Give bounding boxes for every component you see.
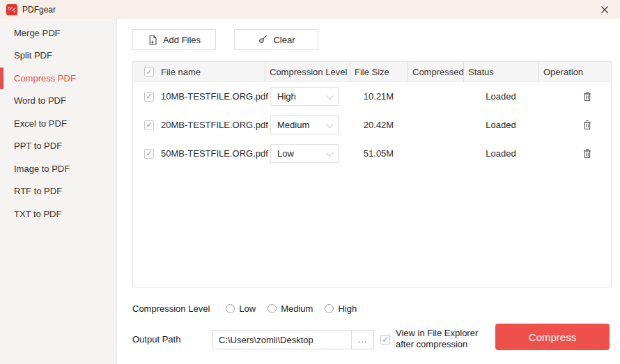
column-header-compression-level: Compression Level	[265, 62, 350, 81]
browse-label: ...	[358, 335, 367, 345]
pdfgear-window: PDFgear Merge PDF Split PDF Compress PDF…	[0, 0, 620, 364]
column-header-compressed: Compressed	[408, 62, 463, 81]
output-path-label: Output Path	[132, 330, 180, 349]
radio-circle-icon	[268, 304, 277, 313]
add-files-button[interactable]: Add Files	[132, 29, 216, 50]
view-label-line2: after compression	[396, 339, 478, 350]
column-header-file-size: File Size	[350, 62, 408, 81]
status-cell: Loaded	[463, 120, 538, 130]
file-size-cell: 10.21M	[350, 91, 408, 102]
table-row: ✓ 10MB-TESTFILE.ORG.pdf High 10.21M Load…	[133, 82, 611, 111]
sidebar-item-label: Merge PDF	[14, 28, 60, 38]
sidebar-item-label: Word to PDF	[14, 95, 66, 106]
sidebar-item-image-to-pdf[interactable]: Image to PDF	[0, 157, 116, 180]
file-name-cell: ✓ 50MB-TESTFILE.ORG.pdf	[133, 148, 265, 159]
compression-level-label: Compression Level	[132, 303, 210, 314]
sidebar-item-rtf-to-pdf[interactable]: RTF to PDF	[0, 180, 116, 203]
sidebar-item-label: Compress PDF	[14, 73, 76, 84]
file-name-header-label: File name	[161, 67, 201, 77]
file-name-label: 50MB-TESTFILE.ORG.pdf	[161, 148, 268, 159]
chevron-down-icon	[326, 148, 334, 156]
column-header-operation: Operation	[538, 62, 611, 81]
app-title: PDFgear	[22, 5, 56, 15]
sidebar-item-label: RTF to PDF	[14, 186, 62, 196]
row-checkbox[interactable]: ✓	[144, 120, 154, 130]
trash-icon[interactable]	[580, 89, 594, 104]
column-header-status: Status	[463, 62, 538, 81]
files-table: ✓ File name Compression Level File Size …	[132, 61, 612, 287]
chevron-down-icon	[326, 91, 334, 99]
compression-level-row: Compression Level Low Medium High	[132, 302, 369, 315]
row-checkbox[interactable]: ✓	[144, 92, 154, 102]
file-name-label: 20MB-TESTFILE.ORG.pdf	[161, 120, 268, 130]
radio-circle-icon	[226, 304, 235, 313]
browse-button[interactable]: ...	[351, 330, 374, 349]
close-icon[interactable]	[596, 0, 614, 19]
add-files-label: Add Files	[163, 35, 201, 45]
pdfgear-logo-icon	[6, 4, 17, 15]
selected-level-label: Medium	[277, 120, 309, 130]
radio-low[interactable]: Low	[226, 303, 256, 314]
table-header: ✓ File name Compression Level File Size …	[133, 62, 611, 82]
file-size-cell: 51.05M	[350, 148, 408, 159]
trash-icon[interactable]	[580, 146, 594, 161]
compress-label: Compress	[529, 331, 576, 343]
add-file-icon	[148, 35, 158, 45]
sidebar-item-label: PPT to PDF	[14, 141, 62, 151]
view-in-explorer-checkbox[interactable]: ✓	[380, 335, 390, 345]
clear-label: Clear	[273, 35, 295, 45]
sidebar-item-compress-pdf[interactable]: Compress PDF	[0, 67, 116, 90]
sidebar-item-txt-to-pdf[interactable]: TXT to PDF	[0, 203, 116, 225]
output-path-input[interactable]	[212, 330, 352, 349]
view-in-explorer-label: View in File Explorer after compression	[396, 328, 478, 350]
status-cell: Loaded	[463, 148, 538, 159]
sidebar-item-label: Image to PDF	[14, 164, 70, 174]
sidebar-item-label: Split PDF	[14, 50, 52, 61]
compression-level-select[interactable]: High	[270, 87, 339, 106]
select-all-checkbox[interactable]: ✓	[144, 67, 154, 77]
compression-level-select[interactable]: Medium	[270, 116, 339, 134]
table-row: ✓ 20MB-TESTFILE.ORG.pdf Medium 20.42M Lo…	[133, 111, 611, 139]
chevron-down-icon	[326, 120, 334, 127]
row-checkbox[interactable]: ✓	[144, 149, 154, 159]
compression-level-select[interactable]: Low	[270, 144, 339, 163]
status-cell: Loaded	[463, 91, 538, 102]
clear-button[interactable]: Clear	[234, 29, 318, 50]
radio-high[interactable]: High	[325, 303, 357, 314]
file-name-cell: ✓ 20MB-TESTFILE.ORG.pdf	[133, 120, 265, 130]
file-name-label: 10MB-TESTFILE.ORG.pdf	[161, 91, 268, 102]
column-header-file-name: ✓ File name	[133, 62, 265, 81]
sidebar-item-label: TXT to PDF	[14, 209, 61, 219]
radio-high-label: High	[338, 303, 357, 314]
selected-level-label: Low	[277, 148, 294, 159]
broom-icon	[257, 34, 268, 45]
view-label-line1: View in File Explorer	[396, 328, 478, 339]
sidebar-item-split-pdf[interactable]: Split PDF	[0, 45, 116, 68]
sidebar-item-ppt-to-pdf[interactable]: PPT to PDF	[0, 135, 116, 158]
radio-medium[interactable]: Medium	[268, 303, 313, 314]
compress-button[interactable]: Compress	[495, 324, 610, 350]
selected-level-label: High	[277, 91, 296, 102]
sidebar: Merge PDF Split PDF Compress PDF Word to…	[0, 19, 117, 364]
sidebar-item-label: Excel to PDF	[14, 118, 67, 129]
sidebar-item-word-to-pdf[interactable]: Word to PDF	[0, 90, 116, 113]
table-row: ✓ 50MB-TESTFILE.ORG.pdf Low 51.05M Loade…	[133, 139, 611, 168]
trash-icon[interactable]	[580, 118, 594, 133]
sidebar-item-merge-pdf[interactable]: Merge PDF	[0, 22, 116, 45]
file-size-cell: 20.42M	[350, 120, 408, 130]
radio-circle-icon	[325, 304, 334, 313]
radio-medium-label: Medium	[281, 303, 313, 314]
sidebar-item-excel-to-pdf[interactable]: Excel to PDF	[0, 112, 116, 135]
file-name-cell: ✓ 10MB-TESTFILE.ORG.pdf	[133, 91, 265, 102]
radio-low-label: Low	[239, 303, 256, 314]
titlebar: PDFgear	[0, 0, 620, 19]
